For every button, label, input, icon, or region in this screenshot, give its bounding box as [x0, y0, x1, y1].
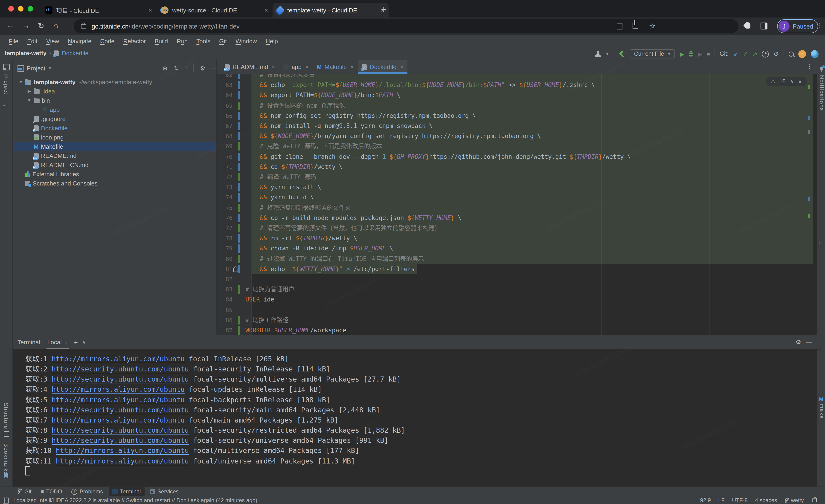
status-message[interactable]: Localized IntelliJ IDEA 2022.2.2 is avai…	[13, 497, 257, 504]
terminal-url-link[interactable]: http://mirrors.aliyun.com/ubuntu	[56, 457, 189, 465]
editor-tab-app[interactable]: ›app×	[279, 60, 313, 74]
git-push-icon[interactable]: ↗	[752, 51, 758, 57]
menu-file[interactable]: File	[5, 36, 22, 46]
share-icon[interactable]	[632, 23, 638, 28]
ssl-lock-icon[interactable]	[81, 24, 86, 28]
tree-item-app[interactable]: ›app	[13, 105, 216, 114]
tool-button-git[interactable]: Git	[14, 487, 35, 496]
editor-tab-makefile[interactable]: MMakefile×	[313, 60, 358, 74]
git-branch-widget[interactable]: wetty	[784, 497, 804, 504]
panel-options-gear-icon[interactable]: ⚙	[200, 65, 205, 72]
prev-warning-icon[interactable]: ∧	[790, 78, 794, 85]
close-tab-icon[interactable]: ×	[351, 64, 354, 70]
terminal-url-link[interactable]: http://security.ubuntu.com/ubuntu	[52, 436, 189, 445]
user-settings-icon[interactable]	[595, 51, 601, 57]
back-icon[interactable]: ←	[6, 21, 14, 30]
ide-logo-icon[interactable]	[811, 50, 819, 58]
code-editor[interactable]: 62 # 设置相关环境变量63 && echo "export PATH=${U…	[217, 74, 817, 335]
tree-item-makefile[interactable]: MMakefile	[13, 142, 216, 151]
side-panel-icon[interactable]	[761, 22, 767, 29]
tree-item-dockerfile[interactable]: DDockerfile	[13, 123, 216, 133]
hide-panel-chevron-icon[interactable]: ‹	[819, 240, 821, 245]
reload-icon[interactable]: ↻	[38, 21, 45, 31]
tree-item-bin[interactable]: ▼bin	[13, 96, 216, 105]
tree-item-readme-md[interactable]: MDREADME.md	[13, 151, 216, 160]
coverage-icon[interactable]: ▶	[698, 51, 702, 57]
history-clock-icon[interactable]	[762, 51, 769, 57]
tool-button-services[interactable]: ▶Services	[146, 487, 182, 496]
bookmark-star-icon[interactable]: ☆	[649, 22, 656, 30]
locate-file-icon[interactable]: ⊕	[162, 65, 167, 72]
close-icon[interactable]: ×	[64, 339, 67, 345]
terminal-url-link[interactable]: http://security.ubuntu.com/ubuntu	[52, 426, 189, 434]
stripe-notifications-label[interactable]: Notifications	[819, 75, 825, 111]
menu-refactor[interactable]: Refactor	[119, 36, 150, 46]
stripe-make-label[interactable]: make	[819, 404, 825, 419]
build-hammer-icon[interactable]	[619, 51, 625, 57]
menu-help[interactable]: Help	[261, 36, 282, 46]
terminal-url-link[interactable]: http://mirrors.aliyun.com/ubuntu	[56, 447, 189, 455]
browser-menu-icon[interactable]: ⋮	[817, 22, 823, 29]
terminal-url-link[interactable]: http://mirrors.aliyun.com/ubuntu	[52, 386, 184, 394]
chevron-down-icon[interactable]: ▼	[48, 66, 52, 70]
tree-item-readme-cn-md[interactable]: MDREADME_CN.md	[13, 160, 216, 169]
tree-item-external-libraries[interactable]: External Libraries	[13, 169, 216, 179]
breadcrumb-project[interactable]: template-wetty	[5, 50, 47, 57]
tree-chevron-icon[interactable]: ▶	[27, 89, 31, 93]
stripe-structure-label[interactable]: Structure	[3, 403, 9, 429]
extensions-puzzle-icon[interactable]	[745, 23, 750, 28]
menu-view[interactable]: View	[42, 36, 63, 46]
search-icon[interactable]	[789, 51, 794, 56]
tree-item--idea[interactable]: ▶.idea	[13, 87, 216, 96]
hide-panel-icon[interactable]: —	[211, 65, 217, 72]
indent-setting[interactable]: 4 spaces	[755, 497, 777, 504]
git-commit-icon[interactable]: ✓	[743, 51, 748, 57]
terminal-settings-gear-icon[interactable]: ⚙	[796, 339, 801, 346]
tool-button-problems[interactable]: !Problems	[68, 487, 106, 496]
stripe-bookmarks-label[interactable]: Bookmarks	[3, 443, 9, 475]
terminal-url-link[interactable]: http://security.ubuntu.com/ubuntu	[52, 365, 189, 373]
collapse-all-icon[interactable]: ↕	[184, 65, 188, 72]
next-warning-icon[interactable]: ∨	[798, 78, 802, 85]
tool-button-terminal[interactable]: ›_Terminal	[108, 487, 145, 496]
new-terminal-icon[interactable]: +	[74, 338, 78, 346]
profile-chip[interactable]: J Paused	[777, 19, 818, 33]
tool-button-todo[interactable]: ≡TODO	[37, 487, 66, 496]
clipboard-icon[interactable]	[617, 23, 622, 29]
browser-tab-3[interactable]: template-wetty - CloudIDE×	[273, 3, 388, 17]
rollback-icon[interactable]: ↺	[774, 50, 779, 58]
editor-tab-dockerfile[interactable]: DDockerfile×	[358, 60, 408, 74]
stop-icon[interactable]: ■	[707, 51, 710, 57]
tree-item-icon-png[interactable]: icon.png	[13, 133, 216, 142]
close-tab-icon[interactable]: ×	[148, 7, 152, 14]
structure-icon[interactable]	[4, 431, 9, 437]
mac-close-button[interactable]	[8, 6, 14, 11]
forward-icon[interactable]: →	[22, 21, 30, 30]
terminal-url-link[interactable]: http://mirrors.aliyun.com/ubuntu	[52, 355, 184, 363]
tree-chevron-icon[interactable]: ▼	[27, 98, 31, 103]
mac-zoom-button[interactable]	[27, 6, 33, 11]
tree-item--gitignore[interactable]: .gitignore	[13, 114, 216, 123]
browser-tab-1[interactable]: ‹t›项目 - CloudIDE×	[41, 3, 157, 17]
editor-tab-options-icon[interactable]: ⋮	[807, 63, 813, 70]
line-ending[interactable]: LF	[718, 497, 725, 504]
terminal-url-link[interactable]: http://mirrors.aliyun.com/ubuntu	[52, 396, 184, 404]
terminal-dropdown-icon[interactable]: ∨	[82, 340, 86, 345]
layout-icon[interactable]	[3, 497, 9, 503]
caret-position[interactable]: 92:9	[700, 497, 711, 504]
tree-item-scratches-and-consoles[interactable]: Scratches and Consoles	[13, 179, 216, 188]
close-tab-icon[interactable]: ×	[305, 64, 308, 70]
file-encoding[interactable]: UTF-8	[732, 497, 748, 504]
project-tool-icon[interactable]	[3, 64, 10, 70]
update-available-icon[interactable]: ↑	[798, 50, 806, 58]
menu-run[interactable]: Run	[173, 36, 192, 46]
menu-code[interactable]: Code	[96, 36, 119, 46]
terminal-output[interactable]: 获取:1 http://mirrors.aliyun.com/ubuntu fo…	[13, 349, 817, 487]
address-bar[interactable]: go.titanide.cn/ide/web/coding/template-w…	[74, 19, 739, 33]
git-update-icon[interactable]: ↙	[733, 51, 738, 57]
unlock-icon[interactable]	[812, 498, 817, 502]
terminal-url-link[interactable]: http://mirrors.aliyun.com/ubuntu	[52, 416, 184, 424]
new-tab-button[interactable]: +	[381, 5, 386, 15]
editor-tab-readme-md[interactable]: MDREADME.md×	[221, 60, 279, 74]
terminal-url-link[interactable]: http://security.ubuntu.com/ubuntu	[52, 375, 189, 384]
